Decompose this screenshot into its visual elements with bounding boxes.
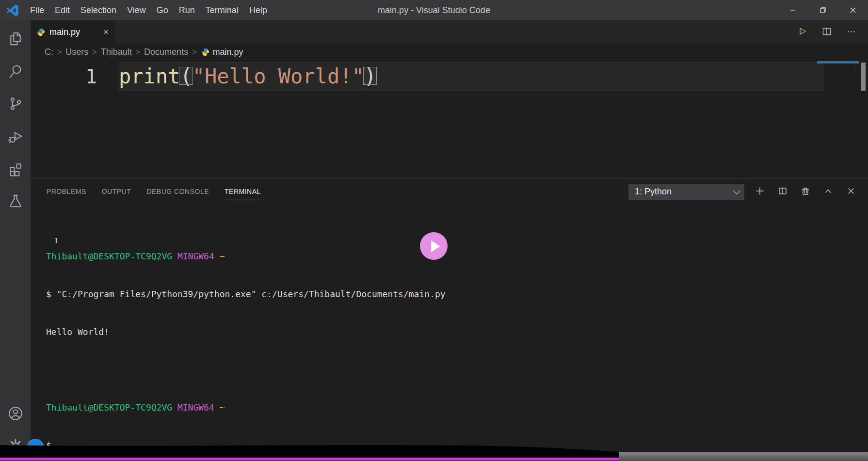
restore-icon[interactable] — [808, 0, 838, 20]
window-controls — [778, 0, 868, 20]
chevron-down-icon — [733, 187, 740, 194]
activity-bar — [0, 20, 31, 461]
terminal-session-label: 1: Python — [635, 187, 672, 197]
python-file-icon — [37, 28, 45, 36]
terminal-env: MINGW64 — [177, 402, 214, 413]
run-debug-icon[interactable] — [7, 128, 24, 144]
tab-main-py[interactable]: main.py × — [31, 20, 115, 44]
terminal-program-output: Hello World! — [46, 327, 109, 337]
terminal-line: Hello World! — [46, 326, 446, 338]
terminal-user: Thibault@DESKTOP-TC9Q2VG — [46, 251, 172, 261]
bottom-panel: PROBLEMS OUTPUT DEBUG CONSOLE TERMINAL 1… — [31, 178, 868, 461]
terminal-line: Thibault@DESKTOP-TC9Q2VG MINGW64 ~ — [46, 401, 446, 414]
account-icon[interactable] — [7, 405, 24, 422]
menu-run[interactable]: Run — [174, 0, 200, 20]
tab-debug-console[interactable]: DEBUG CONSOLE — [146, 184, 209, 200]
tab-problems[interactable]: PROBLEMS — [46, 184, 87, 200]
terminal-line: $ "C:/Program Files/Python39/python.exe"… — [46, 288, 446, 301]
terminal-output[interactable]: Thibault@DESKTOP-TC9Q2VG MINGW64 ~ $ "C:… — [46, 225, 446, 461]
minimap-divider — [855, 61, 855, 178]
vscode-logo-icon — [6, 4, 19, 17]
editor-tab-strip: main.py × — [31, 20, 868, 44]
video-play-button[interactable] — [420, 232, 448, 260]
editor-vertical-scrollbar[interactable] — [861, 63, 866, 91]
chevron-right-icon: > — [54, 48, 64, 57]
code-token-function: print — [119, 64, 180, 88]
minimize-icon[interactable] — [778, 0, 808, 20]
terminal-command: "C:/Program Files/Python39/python.exe" c… — [57, 289, 446, 299]
source-control-icon[interactable] — [7, 95, 24, 112]
menu-selection[interactable]: Selection — [75, 0, 122, 20]
tab-close-icon[interactable]: × — [103, 28, 109, 36]
close-panel-x-icon[interactable] — [846, 186, 856, 198]
code-token-string: "Hello World!" — [193, 64, 364, 88]
terminal-session-select[interactable]: 1: Python — [628, 184, 744, 200]
terminal-blank-line — [46, 364, 446, 376]
menu-file[interactable]: File — [25, 0, 49, 20]
panel-header: PROBLEMS OUTPUT DEBUG CONSOLE TERMINAL 1… — [31, 178, 868, 206]
search-icon[interactable] — [7, 63, 24, 79]
menubar: File Edit Selection View Go Run Terminal… — [25, 0, 273, 20]
terminal-env: MINGW64 — [177, 251, 214, 261]
window-title: main.py - Visual Studio Code — [378, 5, 490, 16]
extensions-icon[interactable] — [7, 160, 24, 177]
terminal-prompt: $ — [46, 289, 57, 299]
split-terminal-icon[interactable] — [778, 186, 788, 198]
minimap[interactable] — [817, 61, 859, 64]
more-actions-ellipsis-icon[interactable] — [846, 26, 856, 38]
breadcrumb-file[interactable]: main.py — [212, 47, 243, 57]
split-editor-icon[interactable] — [821, 26, 832, 38]
tab-output[interactable]: OUTPUT — [101, 184, 132, 200]
titlebar: File Edit Selection View Go Run Terminal… — [0, 0, 868, 20]
panel-action-icons — [755, 186, 856, 198]
editor-actions — [797, 20, 868, 44]
breadcrumb-users[interactable]: Users — [64, 47, 89, 57]
terminal-user: Thibault@DESKTOP-TC9Q2VG — [46, 402, 172, 413]
line-number: 1 — [31, 62, 97, 91]
video-progress-bar-played[interactable] — [0, 458, 619, 461]
python-file-icon — [201, 48, 209, 56]
breadcrumb-drive[interactable]: C: — [44, 47, 54, 57]
menu-terminal[interactable]: Terminal — [200, 0, 244, 20]
menu-edit[interactable]: Edit — [49, 0, 75, 20]
code-editor[interactable]: 1 print("Hello World!") — [31, 61, 868, 178]
testing-icon[interactable] — [7, 193, 24, 209]
tab-terminal[interactable]: TERMINAL — [224, 184, 261, 200]
menu-help[interactable]: Help — [244, 0, 273, 20]
breadcrumb: C: > Users > Thibault > Documents > main… — [31, 44, 868, 61]
terminal-cwd: ~ — [220, 402, 225, 413]
code-token-close-paren: ) — [364, 64, 376, 88]
kill-terminal-trash-icon[interactable] — [801, 186, 810, 198]
chevron-right-icon: > — [133, 48, 143, 57]
code-line-1: print("Hello World!") — [119, 62, 376, 91]
code-token-open-paren: ( — [180, 64, 192, 88]
panel-controls: 1: Python — [628, 184, 868, 200]
terminal-line: Thibault@DESKTOP-TC9Q2VG MINGW64 ~ — [46, 250, 446, 263]
breadcrumb-thibault[interactable]: Thibault — [100, 47, 133, 57]
new-terminal-plus-icon[interactable] — [755, 186, 765, 198]
text-ibeam-cursor: I — [55, 236, 61, 245]
explorer-icon[interactable] — [7, 31, 24, 47]
play-icon — [431, 240, 440, 252]
terminal-cwd: ~ — [220, 251, 225, 261]
tab-label: main.py — [49, 27, 80, 37]
run-file-play-icon[interactable] — [797, 26, 807, 38]
chevron-right-icon: > — [189, 48, 199, 57]
video-progress-bar-remaining[interactable] — [619, 452, 868, 461]
maximize-panel-chevron-up-icon[interactable] — [823, 186, 833, 198]
close-icon[interactable] — [838, 0, 868, 20]
menu-view[interactable]: View — [122, 0, 151, 20]
chevron-right-icon: > — [89, 48, 99, 57]
menu-go[interactable]: Go — [151, 0, 174, 20]
breadcrumb-documents[interactable]: Documents — [143, 47, 189, 57]
